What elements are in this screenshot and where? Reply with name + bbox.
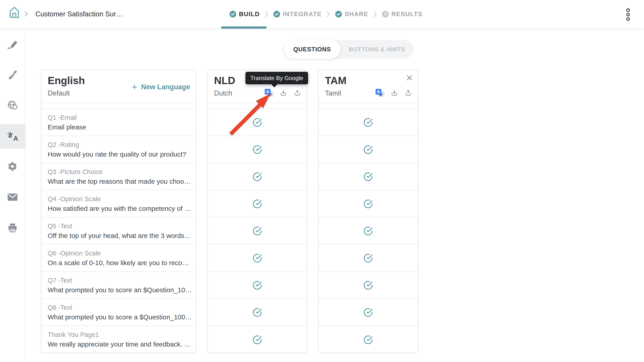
check-circle-icon <box>364 335 373 344</box>
remove-language-button[interactable] <box>406 74 413 82</box>
translated-row[interactable] <box>208 109 307 136</box>
step-build-label: BUILD <box>239 11 260 18</box>
language-subtitle: Default <box>48 89 70 97</box>
question-row[interactable]: Q5 -TextOff the top of your head, what a… <box>42 218 196 245</box>
sidebar-item-integrations[interactable] <box>0 93 25 117</box>
step-separator-chevron-icon <box>373 11 377 17</box>
translated-row[interactable] <box>208 245 307 272</box>
step-integrate-check-icon <box>274 11 280 18</box>
language-code: NLD <box>214 75 235 86</box>
check-circle-icon <box>364 145 373 154</box>
translated-row[interactable] <box>319 136 418 163</box>
sidebar-item-build[interactable] <box>0 32 25 56</box>
upload-translation-button[interactable] <box>404 89 412 97</box>
question-row[interactable]: Thank You Page1We really appreciate your… <box>42 326 196 353</box>
step-integrate[interactable]: INTEGRATE <box>274 11 322 18</box>
check-circle-icon <box>364 226 373 236</box>
step-results-number: 4 <box>384 12 386 17</box>
tam-status-rows <box>319 109 418 353</box>
translated-row[interactable] <box>208 218 307 245</box>
check-circle-icon <box>364 253 373 263</box>
mail-icon <box>7 193 18 202</box>
step-share-label: SHARE <box>344 11 368 18</box>
translated-row[interactable] <box>319 163 418 191</box>
question-row[interactable]: Q1 -EmailEmail please <box>42 109 196 136</box>
sidebar-item-translate[interactable]: A <box>0 124 25 149</box>
step-integrate-label: INTEGRATE <box>283 11 322 18</box>
sidebar-item-settings[interactable] <box>0 154 25 179</box>
english-card-header: English Default + New Language <box>42 70 196 103</box>
translated-row[interactable] <box>319 326 418 353</box>
question-row[interactable]: Q3 -Picture ChoiceWhat are the top reaso… <box>42 163 196 191</box>
check-circle-icon <box>364 199 373 209</box>
translated-row[interactable] <box>319 218 418 245</box>
question-row[interactable]: Q7 -TextWhat prompted you to score an $Q… <box>42 272 196 299</box>
translated-row[interactable] <box>208 136 307 163</box>
gear-icon <box>8 161 18 171</box>
language-card-english: English Default + New Language Q1 -Email… <box>41 70 196 353</box>
upload-icon <box>293 89 302 97</box>
sidebar-item-design[interactable] <box>0 62 25 87</box>
step-separator-chevron-icon <box>265 11 268 17</box>
google-translate-icon: A <box>265 88 274 97</box>
breadcrumb[interactable]: Customer Satisfaction Sur… <box>36 0 123 28</box>
translated-row[interactable] <box>208 163 307 191</box>
translated-row[interactable] <box>208 299 307 326</box>
question-row[interactable]: Q4 -Opinion ScaleHow satisfied are you w… <box>42 191 196 218</box>
check-circle-icon <box>252 253 262 263</box>
check-circle-icon <box>252 172 262 182</box>
more-options-button[interactable] <box>625 8 631 21</box>
active-step-underline <box>221 27 266 29</box>
language-title: English <box>48 75 85 86</box>
home-icon <box>9 6 20 19</box>
home-button[interactable] <box>9 6 20 19</box>
step-results-label: RESULTS <box>392 11 422 18</box>
sidebar-item-email[interactable] <box>0 185 25 210</box>
translated-row[interactable] <box>208 272 307 299</box>
left-sidebar: A <box>0 29 26 362</box>
pencil-icon <box>8 39 18 49</box>
translated-row[interactable] <box>319 245 418 272</box>
translated-row[interactable] <box>319 109 418 136</box>
new-language-button[interactable]: + New Language <box>132 83 190 92</box>
translate-by-google-button[interactable]: A <box>376 88 384 97</box>
tab-buttons-hints[interactable]: BUTTONS & HINTS <box>340 40 414 59</box>
translated-row[interactable] <box>319 299 418 326</box>
language-code: TAM <box>325 75 346 86</box>
row-sliver <box>319 103 418 109</box>
translated-row[interactable] <box>319 272 418 299</box>
language-name: Tamil <box>325 89 341 97</box>
check-circle-icon <box>252 281 262 290</box>
check-circle-icon <box>252 145 262 154</box>
step-results-number-badge: 4 <box>382 11 389 18</box>
upload-translation-button[interactable] <box>293 89 302 97</box>
step-build[interactable]: BUILD <box>230 11 260 18</box>
check-circle-icon <box>364 118 373 127</box>
language-name: Dutch <box>214 89 232 97</box>
check-circle-icon <box>252 335 262 344</box>
translated-row[interactable] <box>319 191 418 218</box>
step-share[interactable]: SHARE <box>335 11 368 18</box>
translate-by-google-button[interactable]: A <box>265 88 274 97</box>
question-row[interactable]: Q2 -RatingHow would you rate the quality… <box>42 136 196 163</box>
sidebar-item-print[interactable] <box>0 216 25 240</box>
question-row[interactable]: Q6 -Opinion ScaleOn a scale of 0-10, how… <box>42 245 196 272</box>
translate-icon: A <box>7 131 18 141</box>
row-sliver <box>42 103 196 109</box>
language-card-nld: NLD Dutch A <box>207 70 307 353</box>
translated-row[interactable] <box>208 191 307 218</box>
download-icon <box>390 89 398 97</box>
check-circle-icon <box>252 308 262 317</box>
printer-icon <box>8 223 18 233</box>
tooltip-translate-by-google: Translate By Google <box>246 72 308 84</box>
question-row[interactable]: Q8 -TextWhat prompted you to score a $Qu… <box>42 299 196 326</box>
translated-row[interactable] <box>208 326 307 353</box>
download-translation-button[interactable] <box>280 89 288 97</box>
translation-page: Customer Satisfaction Sur… BUILD INTEGRA… <box>0 0 644 362</box>
wizard-steps: BUILD INTEGRATE SHARE <box>230 0 422 28</box>
step-results[interactable]: 4 RESULTS <box>382 11 422 18</box>
tab-questions[interactable]: QUESTIONS <box>284 40 340 59</box>
question-rows: Q1 -EmailEmail please Q2 -RatingHow woul… <box>42 109 196 353</box>
download-translation-button[interactable] <box>390 89 398 97</box>
download-icon <box>280 89 288 97</box>
